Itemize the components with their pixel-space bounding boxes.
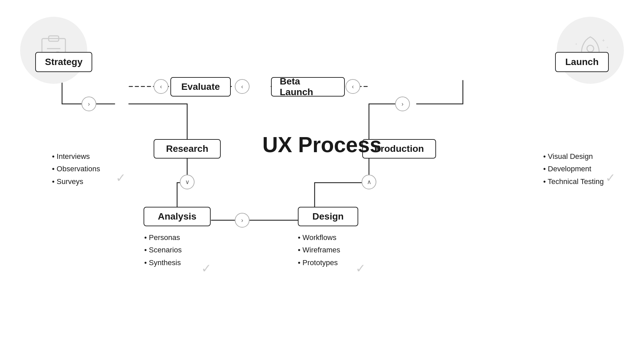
research-bullets: Interviews Observations Surveys	[52, 150, 100, 188]
arrow-left-evaluate: ‹	[154, 79, 168, 94]
evaluate-box: Evaluate	[170, 77, 231, 97]
analysis-box: Analysis	[144, 207, 211, 226]
launch-box: Launch	[555, 52, 609, 72]
arrow-right-launch: ›	[395, 97, 410, 111]
launch-icon-circle: + + +	[557, 17, 624, 84]
design-bullets: Workflows Wireframes Prototypes	[298, 231, 340, 269]
arrow-down-research: ∨	[180, 175, 195, 189]
research-checkmark: ✓	[116, 171, 126, 185]
main-title: UX Process	[262, 132, 382, 157]
analysis-checkmark: ✓	[201, 261, 211, 276]
arrow-right-analysis: ›	[235, 213, 250, 228]
canvas: + + + Strategy Launch Evaluate Beta Laun…	[0, 0, 644, 362]
svg-text:+: +	[602, 38, 605, 43]
arrow-right-strategy: ›	[82, 97, 96, 111]
production-checkmark: ✓	[605, 171, 615, 185]
svg-point-13	[587, 45, 594, 52]
strategy-box: Strategy	[35, 52, 92, 72]
design-box: Design	[298, 207, 358, 226]
arrow-left-beta: ‹	[235, 79, 250, 94]
production-bullets: Visual Design Development Technical Test…	[543, 150, 604, 188]
strategy-icon-circle	[20, 17, 87, 84]
analysis-bullets: Personas Scenarios Synthesis	[144, 231, 182, 269]
svg-text:+: +	[606, 46, 608, 49]
design-checkmark: ✓	[356, 261, 366, 276]
research-box: Research	[154, 139, 221, 159]
beta-launch-box: Beta Launch	[271, 77, 345, 97]
svg-text:+: +	[575, 42, 577, 46]
arrow-left-right: ‹	[345, 79, 360, 94]
arrow-up-production: ∧	[362, 175, 376, 189]
